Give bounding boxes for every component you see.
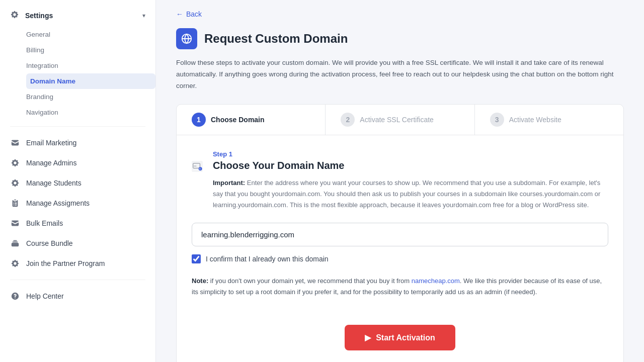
help-center-icon [10, 291, 20, 301]
step-1-label: Choose Domain [211, 116, 265, 124]
sidebar-item-branding[interactable]: Branding [26, 89, 155, 105]
step1-title-block: Step 1 Choose Your Domain Name Important… [213, 150, 608, 211]
domain-icon [176, 28, 197, 49]
main-content: ← Back Request Custom Domain Follow thes… [156, 0, 644, 362]
step1-header: www. Step 1 Choose Your Domain Name Impo… [192, 150, 608, 211]
sidebar-item-label: Manage Assigments [26, 199, 90, 207]
sidebar-item-partner-program[interactable]: Join the Partner Program [0, 253, 155, 274]
domain-input[interactable] [192, 223, 608, 246]
sidebar-item-label: Course Bundle [26, 239, 73, 247]
sidebar-item-label: Bulk Emails [26, 219, 63, 227]
activation-btn-wrap: ▶ Start Activation [177, 313, 623, 362]
step-1-number: 1 [192, 113, 206, 127]
step1-title: Choose Your Domain Name [213, 160, 608, 171]
page-description: Follow these steps to activate your cust… [176, 57, 624, 92]
sidebar-item-general[interactable]: General [26, 27, 155, 42]
confirm-domain-label[interactable]: I confirm that I already own this domain [206, 255, 329, 263]
sidebar-item-billing[interactable]: Billing [26, 42, 155, 58]
assignments-icon [10, 198, 20, 208]
sidebar-item-help-center[interactable]: Help Center [0, 286, 155, 306]
note-text-content: if you don't own your domain yet, we rec… [208, 277, 412, 285]
sidebar-item-course-bundle[interactable]: Course Bundle [0, 233, 155, 253]
step-3-number: 3 [490, 113, 504, 127]
settings-section[interactable]: Settings ▾ [0, 4, 155, 27]
step-3-label: Activate Website [509, 116, 561, 124]
sidebar: Settings ▾ General Billing Integration D… [0, 0, 156, 362]
sidebar-item-manage-students[interactable]: Manage Students [0, 173, 155, 193]
sidebar-item-manage-admins[interactable]: Manage Admins [0, 153, 155, 173]
step-2-label: Activate SSL Certificate [360, 116, 434, 124]
manage-admins-icon [10, 158, 20, 168]
sidebar-item-bulk-emails[interactable]: Bulk Emails [0, 213, 155, 233]
activation-btn-label: Start Activation [376, 333, 435, 342]
confirm-domain-row: I confirm that I already own this domain [192, 254, 608, 263]
play-icon: ▶ [365, 333, 371, 342]
sidebar-item-domain-name[interactable]: Domain Name [26, 73, 155, 89]
back-arrow-icon: ← [176, 10, 183, 18]
sidebar-item-label: Manage Admins [26, 159, 76, 167]
page-title: Request Custom Domain [204, 32, 348, 46]
step1-content: www. Step 1 Choose Your Domain Name Impo… [177, 135, 623, 313]
note-bold: Note: [192, 277, 208, 285]
sidebar-item-manage-assignments[interactable]: Manage Assigments [0, 193, 155, 213]
back-link-label: Back [186, 10, 202, 18]
settings-submenu: General Billing Integration Domain Name … [0, 27, 155, 120]
sidebar-item-label: Help Center [26, 292, 64, 300]
start-activation-button[interactable]: ▶ Start Activation [345, 325, 455, 350]
sidebar-item-label: Manage Students [26, 179, 82, 187]
email-marketing-icon [10, 138, 20, 148]
svg-text:www.: www. [194, 165, 197, 167]
back-link[interactable]: ← Back [176, 10, 624, 18]
course-bundle-icon [10, 238, 20, 248]
manage-students-icon [10, 178, 20, 188]
bulk-emails-icon [10, 218, 20, 228]
main-card: 1 Choose Domain 2 Activate SSL Certifica… [176, 104, 624, 362]
sidebar-item-integration[interactable]: Integration [26, 58, 155, 73]
sidebar-item-label: Email Marketing [26, 139, 76, 147]
confirm-domain-checkbox[interactable] [192, 254, 201, 263]
step-3: 3 Activate Website [475, 105, 623, 135]
domain-input-wrap [192, 223, 608, 246]
step1-desc-text: Enter the address where you want your co… [213, 179, 600, 209]
page-header: Request Custom Domain [176, 28, 624, 49]
step1-description: Important: Enter the address where you w… [213, 177, 608, 211]
settings-icon [10, 10, 19, 21]
step-2: 2 Activate SSL Certificate [326, 105, 474, 135]
settings-label: Settings [25, 12, 53, 20]
namecheap-link[interactable]: namecheap.com [412, 277, 460, 285]
settings-chevron: ▾ [142, 12, 145, 19]
step1-num-label: Step 1 [213, 150, 608, 158]
step-2-number: 2 [341, 113, 355, 127]
main-nav: Email Marketing Manage Admins Manage Stu… [0, 129, 155, 278]
sidebar-item-navigation[interactable]: Navigation [26, 105, 155, 120]
sidebar-item-email-marketing[interactable]: Email Marketing [0, 133, 155, 153]
partner-icon [10, 258, 20, 268]
note-text: Note: if you don't own your domain yet, … [192, 276, 608, 298]
step1-desc-bold: Important: [213, 179, 245, 187]
step-progress: 1 Choose Domain 2 Activate SSL Certifica… [177, 105, 623, 135]
step-1: 1 Choose Domain [177, 105, 326, 135]
sidebar-item-label: Join the Partner Program [26, 259, 105, 267]
www-icon: www. [192, 150, 203, 183]
